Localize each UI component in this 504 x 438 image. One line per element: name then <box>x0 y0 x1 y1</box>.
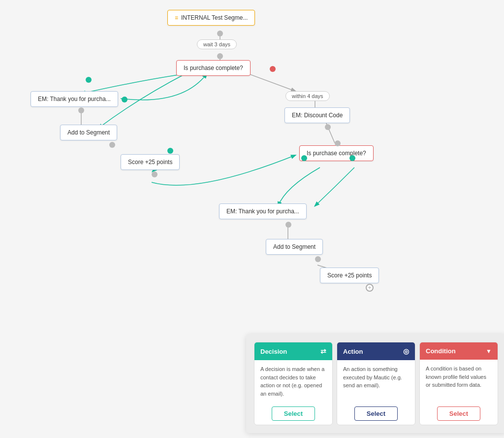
dot-decision1-left2 <box>122 97 127 102</box>
add-node-button[interactable]: + <box>366 284 374 292</box>
decision2-node[interactable]: Is purchase complete? <box>299 145 374 161</box>
condition-card-header: Condition ▼ <box>420 342 498 360</box>
action-description: An action is something executed by Mauti… <box>343 366 402 388</box>
score-right-label: Score +25 points <box>327 272 372 279</box>
dot-em-thank-left-bottom <box>78 107 84 113</box>
dot-em-discount-bottom <box>325 124 331 130</box>
action-card-footer: Select <box>337 403 415 425</box>
dot-em-thank-right-bottom <box>285 222 291 228</box>
decision1-node[interactable]: Is purchase complete? <box>176 60 251 76</box>
action-select-label: Select <box>367 410 385 417</box>
target-icon: ◎ <box>403 347 409 355</box>
grid-icon: ≡ <box>175 14 178 21</box>
em-thank-left-label: EM: Thank you for purcha... <box>38 96 111 102</box>
em-thank-right-label: EM: Thank you for purcha... <box>226 208 299 215</box>
em-discount-node[interactable]: EM: Discount Code <box>284 107 350 123</box>
action-select-button[interactable]: Select <box>354 406 398 421</box>
dot-main-segment-bottom <box>217 31 223 36</box>
score-right-node[interactable]: Score +25 points <box>320 268 379 283</box>
decision-select-label: Select <box>284 410 303 417</box>
em-thank-right-node[interactable]: EM: Thank you for purcha... <box>219 203 307 219</box>
score-left-label: Score +25 points <box>128 159 172 166</box>
condition-select-label: Select <box>449 410 468 417</box>
add-segment-right-node[interactable]: Add to Segment <box>266 239 323 255</box>
dot-decision1-left1 <box>86 77 92 83</box>
wait-node[interactable]: wait 3 days <box>197 39 237 49</box>
action-card: Action ◎ An action is something executed… <box>337 342 415 425</box>
decision-description: A decision is made when a contact decide… <box>260 366 324 397</box>
action-card-body: An action is something executed by Mauti… <box>337 360 415 403</box>
main-segment-node[interactable]: ≡ INTERNAL Test Segme... <box>167 10 255 26</box>
dot-wait-bottom <box>217 53 223 59</box>
dot-add-segment-right-bottom <box>315 256 321 262</box>
wait-label: wait 3 days <box>203 41 230 47</box>
dot-score-left-bottom <box>152 171 158 177</box>
dot-em-discount-lower <box>335 140 341 146</box>
add-segment-right-label: Add to Segment <box>273 243 315 250</box>
dot-decision1-red <box>270 66 276 72</box>
condition-select-button[interactable]: Select <box>437 406 480 421</box>
dot-decision1-left3 <box>167 148 173 154</box>
decision2-label: Is purchase complete? <box>307 150 366 157</box>
add-segment-left-label: Add to Segment <box>67 129 110 136</box>
decision-card-body: A decision is made when a contact decide… <box>254 360 332 403</box>
condition-description: A condition is based on known profile fi… <box>426 366 486 388</box>
dot-decision2-left <box>301 155 307 161</box>
filter-icon: ▼ <box>486 348 492 355</box>
condition-title: Condition <box>426 347 456 355</box>
workflow-canvas: ≡ INTERNAL Test Segme... wait 3 days Is … <box>0 0 504 438</box>
shuffle-icon: ⇄ <box>320 347 326 355</box>
action-card-header: Action ◎ <box>337 342 415 360</box>
main-segment-label: INTERNAL Test Segme... <box>181 14 248 21</box>
decision-card-header: Decision ⇄ <box>254 342 332 360</box>
within4-label: within 4 days <box>292 93 323 99</box>
decision-card: Decision ⇄ A decision is made when a con… <box>254 342 333 425</box>
dot-add-segment-left-bottom <box>109 142 115 148</box>
within4-node[interactable]: within 4 days <box>285 91 330 101</box>
decision-title: Decision <box>260 348 287 355</box>
add-segment-left-node[interactable]: Add to Segment <box>60 125 117 140</box>
condition-card: Condition ▼ A condition is based on know… <box>419 342 498 425</box>
condition-card-body: A condition is based on known profile fi… <box>420 360 498 403</box>
condition-card-footer: Select <box>420 403 498 425</box>
score-left-node[interactable]: Score +25 points <box>121 154 180 170</box>
node-type-panel: Decision ⇄ A decision is made when a con… <box>246 334 504 433</box>
decision-card-footer: Select <box>254 403 332 425</box>
action-title: Action <box>343 348 363 355</box>
decision1-label: Is purchase complete? <box>184 65 243 71</box>
dot-decision2-right <box>349 155 355 161</box>
decision-select-button[interactable]: Select <box>272 406 315 421</box>
em-thank-left-node[interactable]: EM: Thank you for purcha... <box>31 91 118 107</box>
em-discount-label: EM: Discount Code <box>292 112 343 119</box>
